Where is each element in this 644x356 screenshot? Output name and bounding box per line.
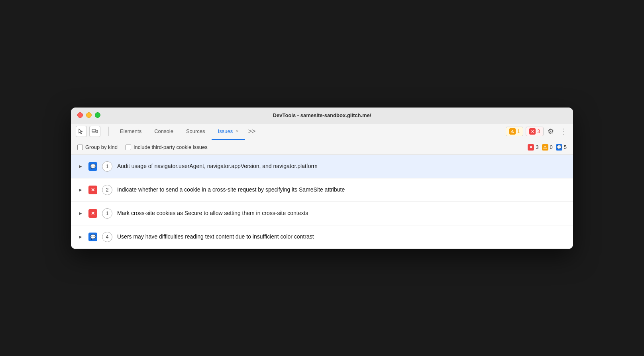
warning-count-badge: ⚠ 0 (542, 144, 553, 151)
svg-rect-0 (92, 129, 96, 132)
filter-divider (219, 143, 219, 151)
tab-issues[interactable]: Issues × (212, 123, 245, 140)
issue-type-icon-2: ✕ (88, 186, 97, 194)
toolbar-icons (76, 126, 100, 137)
warning-icon: ⚠ (509, 128, 516, 135)
issue-count-3: 1 (102, 208, 112, 219)
inspect-element-button[interactable] (76, 126, 87, 137)
error-badge-button[interactable]: ✕ 3 (526, 127, 544, 136)
tabs-container: Elements Console Sources Issues × >> (114, 123, 504, 140)
toolbar-right: ⚠ 1 ✕ 3 ⚙ ⋮ (506, 125, 568, 137)
issue-count-1: 1 (102, 161, 112, 172)
issue-text-4: Users may have difficulties reading text… (117, 233, 314, 241)
tab-sources[interactable]: Sources (180, 123, 212, 140)
traffic-lights (77, 112, 100, 118)
cursor-icon (78, 128, 84, 135)
issue-text-1: Audit usage of navigator.userAgent, navi… (117, 162, 318, 170)
error-icon: ✕ (529, 128, 536, 135)
titlebar: DevTools - samesite-sandbox.glitch.me/ (71, 108, 573, 123)
tab-console[interactable]: Console (148, 123, 180, 140)
issue-count-4: 4 (102, 232, 112, 242)
issue-text-2: Indicate whether to send a cookie in a c… (117, 186, 345, 194)
info-count-badge: 💬 5 (556, 144, 567, 151)
svg-rect-1 (96, 130, 98, 133)
toolbar: Elements Console Sources Issues × >> ⚠ 1 (71, 123, 573, 140)
filter-bar: Group by kind Include third-party cookie… (71, 140, 573, 155)
toolbar-divider-1 (108, 127, 109, 136)
third-party-checkbox[interactable] (126, 145, 131, 150)
issue-type-icon-3: ✕ (88, 209, 97, 218)
tab-issues-close[interactable]: × (236, 129, 238, 133)
issue-type-icon-1: 💬 (88, 162, 97, 171)
expand-arrow-1[interactable]: ▶ (79, 164, 84, 168)
expand-arrow-2[interactable]: ▶ (79, 188, 84, 192)
minimize-button[interactable] (86, 112, 92, 118)
close-button[interactable] (77, 112, 83, 118)
maximize-button[interactable] (95, 112, 100, 118)
issue-row-4[interactable]: ▶ 💬 4 Users may have difficulties readin… (71, 225, 573, 249)
issue-text-3: Mark cross-site cookies as Secure to all… (117, 209, 308, 217)
filter-counts: ✕ 3 ⚠ 0 💬 5 (528, 144, 567, 151)
settings-button[interactable]: ⚙ (546, 125, 556, 137)
expand-arrow-3[interactable]: ▶ (79, 211, 84, 215)
third-party-filter[interactable]: Include third-party cookie issues (126, 144, 208, 150)
group-by-kind-checkbox[interactable] (77, 145, 83, 150)
issue-row-2[interactable]: ▶ ✕ 2 Indicate whether to send a cookie … (71, 178, 573, 202)
tab-elements[interactable]: Elements (114, 123, 148, 140)
issue-type-icon-4: 💬 (88, 233, 97, 241)
warning-badge-button[interactable]: ⚠ 1 (506, 127, 524, 136)
issue-row-1[interactable]: ▶ 💬 1 Audit usage of navigator.userAgent… (71, 155, 573, 178)
more-tabs-button[interactable]: >> (245, 128, 259, 135)
issue-row-3[interactable]: ▶ ✕ 1 Mark cross-site cookies as Secure … (71, 202, 573, 225)
error-count-badge: ✕ 3 (528, 144, 538, 151)
more-options-button[interactable]: ⋮ (558, 125, 568, 137)
group-by-kind-filter[interactable]: Group by kind (77, 144, 118, 150)
issues-list: ▶ 💬 1 Audit usage of navigator.userAgent… (71, 155, 573, 249)
expand-arrow-4[interactable]: ▶ (79, 235, 84, 239)
issue-count-2: 2 (102, 185, 112, 195)
error-count-icon: ✕ (528, 144, 534, 151)
device-icon (92, 128, 98, 135)
device-mode-button[interactable] (89, 126, 100, 137)
window-title: DevTools - samesite-sandbox.glitch.me/ (273, 112, 371, 118)
warning-count-icon: ⚠ (542, 144, 548, 151)
devtools-window: DevTools - samesite-sandbox.glitch.me/ E… (71, 108, 573, 249)
info-count-icon: 💬 (556, 144, 562, 151)
